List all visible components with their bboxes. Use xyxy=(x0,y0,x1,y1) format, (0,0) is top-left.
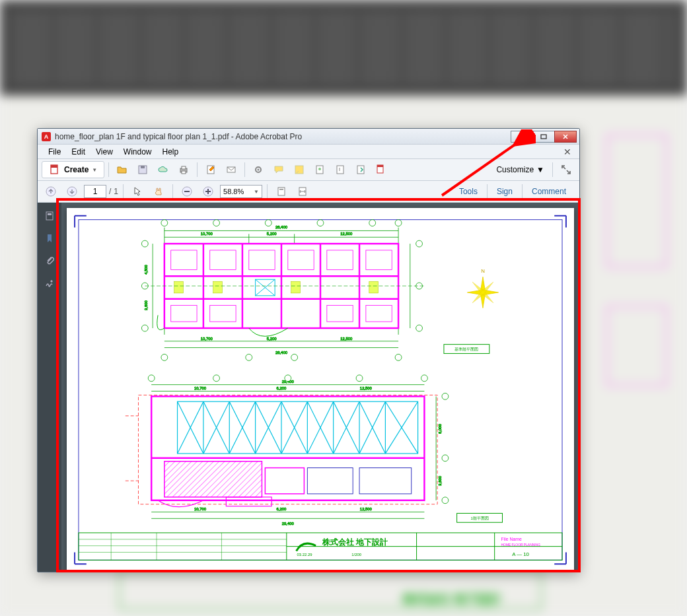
menubar: File Edit View Window Help ✕ xyxy=(38,145,579,159)
fit-width-button[interactable] xyxy=(293,183,312,200)
svg-text:3,600: 3,600 xyxy=(144,300,148,310)
speech-bubble-icon xyxy=(273,164,285,176)
send-button[interactable] xyxy=(372,161,390,178)
svg-rect-2 xyxy=(607,135,667,267)
svg-rect-76 xyxy=(171,306,197,322)
sign-pane-link[interactable]: Sign xyxy=(487,184,522,199)
comment-pane-link[interactable]: Comment xyxy=(522,184,575,199)
svg-point-17 xyxy=(258,169,260,171)
svg-point-48 xyxy=(265,220,271,226)
svg-rect-12 xyxy=(182,166,186,169)
toolbar-main: Create ▼ Customize ▼ xyxy=(38,159,579,181)
open-button[interactable] xyxy=(113,161,131,178)
page-number-input[interactable] xyxy=(84,185,106,198)
page-up-button[interactable] xyxy=(42,183,60,200)
menu-help[interactable]: Help xyxy=(157,146,184,158)
minimize-button[interactable] xyxy=(511,131,533,143)
svg-rect-8 xyxy=(51,165,57,168)
menu-view[interactable]: View xyxy=(90,146,118,158)
signature-icon xyxy=(44,277,55,289)
svg-point-59 xyxy=(416,240,423,247)
svg-text:株式会社 地下設計: 株式会社 地下設計 xyxy=(322,537,388,547)
svg-rect-73 xyxy=(288,250,314,270)
link-button[interactable] xyxy=(351,161,370,178)
chevron-down-icon: ▼ xyxy=(254,189,259,195)
svg-rect-81 xyxy=(213,281,223,293)
form-button[interactable] xyxy=(201,161,220,178)
svg-text:6,000: 6,000 xyxy=(438,423,442,433)
svg-point-49 xyxy=(317,220,324,226)
svg-text:12,500: 12,500 xyxy=(360,386,373,390)
svg-text:12,500: 12,500 xyxy=(340,337,353,341)
stamp-icon xyxy=(314,164,326,176)
folder-open-icon xyxy=(116,164,128,176)
svg-text:10,700: 10,700 xyxy=(201,232,213,236)
svg-point-46 xyxy=(161,220,168,226)
menu-file[interactable]: File xyxy=(43,146,66,158)
pan-tool-button[interactable] xyxy=(149,183,168,200)
svg-rect-21 xyxy=(337,166,344,174)
svg-text:File Name: File Name xyxy=(501,537,523,541)
stamp-button[interactable] xyxy=(310,161,329,178)
mail-button[interactable] xyxy=(222,161,240,178)
customize-dropdown[interactable]: Customize ▼ xyxy=(492,164,548,176)
svg-rect-146 xyxy=(265,468,304,494)
svg-rect-34 xyxy=(48,213,52,215)
attachments-panel-button[interactable] xyxy=(42,253,57,269)
page-sep: / xyxy=(109,187,111,196)
svg-rect-145 xyxy=(164,462,262,497)
svg-rect-30 xyxy=(278,188,285,195)
comment-button[interactable] xyxy=(270,161,288,178)
zoom-out-button[interactable] xyxy=(178,183,196,200)
cursor-icon xyxy=(131,186,143,197)
create-pdf-icon xyxy=(49,164,61,176)
expand-icon xyxy=(560,164,572,176)
create-label: Create xyxy=(64,165,89,174)
print-button[interactable] xyxy=(174,161,193,178)
floppy-icon xyxy=(137,164,149,176)
bookmarks-panel-button[interactable] xyxy=(42,230,57,246)
svg-text:1階平面図: 1階平面図 xyxy=(470,516,488,520)
svg-rect-72 xyxy=(249,250,275,270)
maximize-button[interactable] xyxy=(532,131,555,143)
svg-text:28,400: 28,400 xyxy=(275,225,288,229)
select-tool-button[interactable] xyxy=(128,183,147,200)
svg-rect-78 xyxy=(327,306,353,322)
svg-text:1/200: 1/200 xyxy=(351,553,361,557)
menu-window[interactable]: Window xyxy=(118,146,157,158)
zoom-in-button[interactable] xyxy=(199,183,217,200)
svg-point-107 xyxy=(148,375,155,382)
svg-point-51 xyxy=(395,220,402,226)
svg-point-20 xyxy=(318,168,321,170)
zoom-level-dropdown[interactable]: 58.8% ▼ xyxy=(220,185,262,198)
svg-rect-83 xyxy=(369,281,379,293)
settings-button[interactable] xyxy=(249,161,268,178)
svg-rect-31 xyxy=(279,189,283,190)
gear-icon xyxy=(252,164,264,176)
svg-point-50 xyxy=(369,220,376,226)
svg-text:29,400: 29,400 xyxy=(282,522,295,526)
svg-point-96 xyxy=(291,354,298,360)
create-button[interactable]: Create ▼ xyxy=(42,161,104,178)
menu-edit[interactable]: Edit xyxy=(66,146,90,158)
reading-mode-button[interactable] xyxy=(557,161,575,178)
printer-icon xyxy=(178,164,190,176)
save-button[interactable] xyxy=(133,161,152,178)
svg-point-94 xyxy=(161,354,168,360)
attach-button[interactable] xyxy=(331,161,349,178)
fit-page-icon xyxy=(275,186,287,197)
thumbnails-panel-button[interactable] xyxy=(42,208,57,224)
close-button[interactable] xyxy=(554,131,577,143)
pdf-page[interactable]: 28,400 10,700 5,200 12,500 xyxy=(67,208,574,572)
svg-text:28,400: 28,400 xyxy=(275,351,288,355)
cloud-button[interactable] xyxy=(154,161,172,178)
tools-pane-link[interactable]: Tools xyxy=(450,184,487,199)
arrow-down-icon xyxy=(66,186,78,197)
document-close-icon[interactable]: ✕ xyxy=(561,145,574,158)
signatures-panel-button[interactable] xyxy=(42,275,57,291)
page-down-button[interactable] xyxy=(63,183,81,200)
svg-text:6,200: 6,200 xyxy=(277,508,287,512)
highlight-button[interactable] xyxy=(290,161,308,178)
fit-page-button[interactable] xyxy=(272,183,291,200)
svg-rect-70 xyxy=(171,250,197,270)
